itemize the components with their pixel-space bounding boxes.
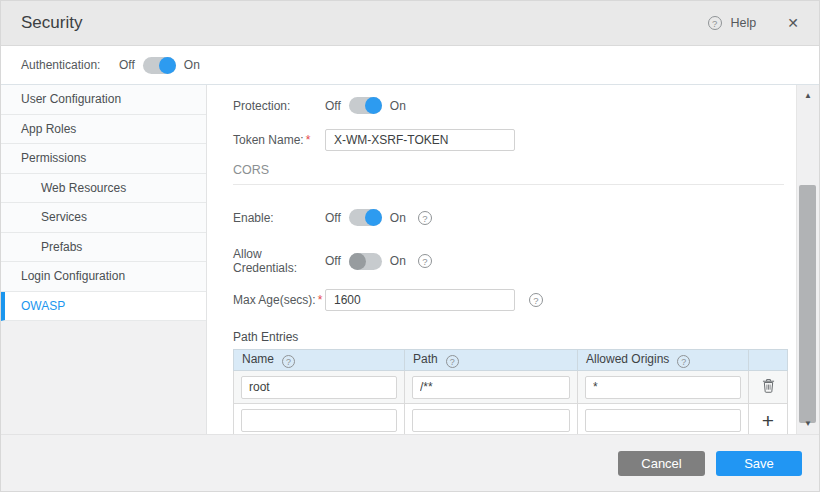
allow-credentials-off-label: Off: [325, 254, 341, 268]
new-entry-origins-input[interactable]: [585, 409, 741, 432]
token-name-label-text: Token Name:: [233, 133, 304, 147]
authentication-label: Authentication:: [21, 58, 119, 72]
close-icon[interactable]: ✕: [787, 15, 799, 31]
path-entry-path-input[interactable]: [412, 376, 570, 399]
column-header-label: Allowed Origins: [586, 352, 669, 366]
toggle-knob: [365, 209, 382, 226]
column-header-actions: [749, 350, 788, 371]
table-header-row: Name? Path? Allowed Origins?: [234, 350, 788, 371]
trash-icon: [762, 378, 775, 393]
path-entry-origins-input[interactable]: [585, 376, 741, 399]
token-name-label: Token Name:*: [233, 133, 325, 147]
column-header-allowed-origins: Allowed Origins?: [578, 350, 749, 371]
header-actions: ? Help ✕: [708, 15, 799, 31]
allow-credentials-label: Allow Credentials:: [233, 247, 325, 275]
protection-toggle[interactable]: [349, 97, 382, 114]
table-row: [234, 371, 788, 404]
column-header-label: Path: [413, 352, 438, 366]
new-entry-path-input[interactable]: [412, 409, 570, 432]
enable-label: Enable:: [233, 211, 325, 225]
add-row-button[interactable]: +: [758, 408, 778, 433]
path-entries-title: Path Entries: [233, 330, 796, 344]
table-row: +: [234, 404, 788, 435]
cell-allowed-origins: [578, 371, 749, 404]
sidebar-item-login-configuration[interactable]: Login Configuration: [1, 262, 206, 292]
sidebar-item-services[interactable]: Services: [1, 203, 206, 233]
max-age-input[interactable]: [325, 289, 515, 311]
help-link[interactable]: Help: [731, 16, 757, 30]
path-column-help-icon[interactable]: ?: [446, 355, 459, 368]
authentication-off-label: Off: [119, 58, 135, 72]
scroll-down-icon[interactable]: ▼: [797, 419, 819, 428]
vertical-scrollbar[interactable]: ▲ ▼: [797, 85, 819, 434]
token-name-input[interactable]: [325, 129, 515, 151]
toggle-knob: [365, 97, 382, 114]
toggle-knob: [349, 253, 366, 270]
dialog-header: Security ? Help ✕: [1, 1, 819, 46]
column-header-path: Path?: [405, 350, 578, 371]
enable-toggle[interactable]: [349, 209, 382, 226]
column-header-label: Name: [242, 352, 274, 366]
enable-on-label: On: [390, 211, 406, 225]
owasp-settings-panel: Protection: Off On Token Name:* CORS Ena…: [207, 85, 797, 434]
cell-allowed-origins: [578, 404, 749, 435]
cell-name: [234, 371, 405, 404]
authentication-on-label: On: [184, 58, 200, 72]
cell-actions: +: [749, 404, 788, 435]
path-entry-name-input[interactable]: [241, 376, 397, 399]
scroll-up-icon[interactable]: ▲: [797, 91, 819, 100]
enable-help-icon[interactable]: ?: [418, 211, 432, 225]
save-button[interactable]: Save: [716, 451, 802, 476]
allow-credentials-help-icon[interactable]: ?: [418, 254, 432, 268]
allow-credentials-on-label: On: [390, 254, 406, 268]
protection-on-label: On: [390, 99, 406, 113]
required-asterisk: *: [306, 133, 311, 147]
max-age-row: Max Age(secs):* ?: [233, 289, 796, 311]
sidebar-item-owasp[interactable]: OWASP: [1, 292, 206, 322]
protection-label: Protection:: [233, 99, 325, 113]
name-column-help-icon[interactable]: ?: [282, 355, 295, 368]
help-icon[interactable]: ?: [708, 16, 722, 30]
protection-off-label: Off: [325, 99, 341, 113]
path-entries-table: Name? Path? Allowed Origins?: [233, 349, 788, 434]
cell-name: [234, 404, 405, 435]
cell-path: [405, 404, 578, 435]
page-title: Security: [21, 13, 82, 33]
max-age-help-icon[interactable]: ?: [529, 293, 543, 307]
plus-icon: +: [762, 409, 774, 432]
authentication-bar: Authentication: Off On: [1, 46, 819, 85]
sidebar-item-app-roles[interactable]: App Roles: [1, 115, 206, 145]
sidebar-item-user-configuration[interactable]: User Configuration: [1, 85, 206, 115]
scrollbar-thumb[interactable]: [799, 185, 816, 423]
sidebar-item-prefabs[interactable]: Prefabs: [1, 233, 206, 263]
dialog-body: User Configuration App Roles Permissions…: [1, 85, 819, 434]
cancel-button[interactable]: Cancel: [618, 451, 705, 476]
enable-off-label: Off: [325, 211, 341, 225]
required-asterisk: *: [318, 293, 323, 307]
cell-path: [405, 371, 578, 404]
sidebar-item-permissions[interactable]: Permissions: [1, 144, 206, 174]
toggle-knob: [159, 57, 176, 74]
sidebar: User Configuration App Roles Permissions…: [1, 85, 207, 434]
protection-row: Protection: Off On: [233, 97, 796, 114]
cell-actions: [749, 371, 788, 404]
token-name-row: Token Name:*: [233, 129, 796, 151]
max-age-label-text: Max Age(secs):: [233, 293, 316, 307]
new-entry-name-input[interactable]: [241, 409, 397, 432]
dialog-footer: Cancel Save: [1, 434, 819, 492]
cors-enable-row: Enable: Off On ?: [233, 209, 796, 226]
column-header-name: Name?: [234, 350, 405, 371]
delete-row-button[interactable]: [758, 376, 779, 398]
allow-credentials-toggle[interactable]: [349, 253, 382, 270]
max-age-label: Max Age(secs):*: [233, 293, 325, 307]
allow-credentials-row: Allow Credentials: Off On ?: [233, 247, 796, 275]
allowed-origins-column-help-icon[interactable]: ?: [677, 355, 690, 368]
sidebar-item-web-resources[interactable]: Web Resources: [1, 174, 206, 204]
authentication-toggle[interactable]: [143, 57, 176, 74]
section-divider: [233, 184, 784, 185]
security-dialog: Security ? Help ✕ Authentication: Off On…: [0, 0, 820, 492]
cors-section-title: CORS: [233, 163, 796, 177]
